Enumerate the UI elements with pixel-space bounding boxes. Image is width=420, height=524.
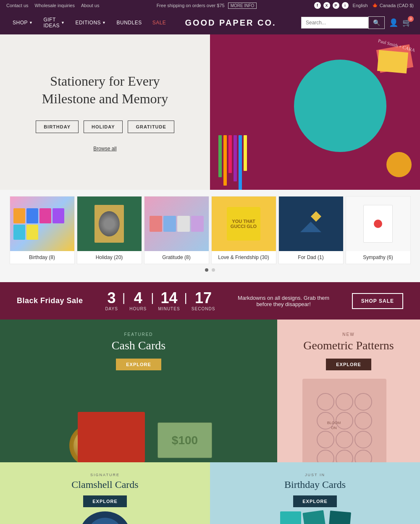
cash-card-group [65, 378, 149, 462]
clam-inner [88, 518, 122, 524]
svg-point-5 [355, 412, 372, 429]
country-selector[interactable]: 🍁 Canada (CAD $) [372, 3, 414, 8]
countdown-hours: 4 HOURS [129, 291, 147, 311]
svg-text:BLOOM: BLOOM [327, 421, 341, 425]
hero-section: Stationery for EveryMilestone and Memory… [0, 34, 420, 190]
shop-sale-button[interactable]: SHOP SALE [352, 293, 403, 309]
countdown-seconds: 17 SECONDS [192, 291, 215, 311]
cart-icon[interactable]: 🛒 0 [402, 18, 412, 27]
clam-title: Clamshell Cards [71, 479, 138, 490]
category-holiday[interactable]: Holiday (20) [77, 196, 142, 264]
cash-title: Cash Cards [112, 339, 165, 352]
nav-sale[interactable]: SALE [148, 16, 171, 29]
hero-card-yellow [377, 50, 408, 73]
bday-card-3 [328, 511, 351, 524]
sympathy-image [346, 196, 410, 251]
geo-title: Geometric Patterns [303, 339, 394, 352]
sep-1: | [122, 291, 125, 311]
cash-envelope-front [78, 412, 145, 462]
cash-tag: FEATURED [124, 332, 153, 337]
clam-explore-button[interactable]: EXPLORE [83, 495, 127, 507]
countdown-minutes: 14 MINUTES [158, 291, 180, 311]
nav-gift-ideas[interactable]: GIFT IDEAS ▼ [39, 13, 69, 32]
bday-explore-button[interactable]: EXPLORE [293, 495, 337, 507]
category-love[interactable]: YOU THAT GUCCI GLO Love & Friendship (30… [211, 196, 276, 264]
clam-card-shape [80, 511, 130, 524]
geo-card-visual: BLOOM ON [302, 379, 395, 462]
hero-circle-decoration [294, 60, 386, 152]
category-dad[interactable]: For Dad (1) [278, 196, 344, 264]
birthday-section: JUST IN Birthday Cards EXPLORE [210, 462, 420, 524]
top-bar: Contact us Wholesale inquiries About us … [0, 0, 420, 11]
cash-explore-button[interactable]: EXPLORE [116, 359, 161, 370]
cash-cards-visual: $100 [65, 378, 212, 462]
categories-section: Birthday (8) Holiday (20) [0, 190, 420, 282]
dollar-sign: $100 [172, 434, 198, 447]
svg-point-9 [317, 450, 334, 462]
geo-pattern-card: BLOOM ON [302, 379, 386, 462]
shop-chevron: ▼ [29, 21, 33, 25]
gift-chevron: ▼ [61, 21, 65, 25]
birthday-label: Birthday (8) [10, 251, 74, 264]
nav-editions[interactable]: EDITIONS ▼ [71, 16, 110, 29]
nav-right: 🔍 👤 🛒 0 [291, 16, 412, 29]
twitter-icon[interactable]: X [323, 2, 330, 9]
dot-2[interactable] [212, 268, 215, 272]
svg-point-11 [355, 450, 372, 462]
account-icon[interactable]: 👤 [389, 18, 398, 27]
dot-1[interactable] [205, 268, 208, 272]
sep-3: | [184, 291, 187, 311]
language-selector[interactable]: English [353, 3, 368, 8]
instagram-icon[interactable]: i [342, 2, 349, 9]
cart-badge: 0 [408, 16, 414, 22]
nav-shop[interactable]: SHOP ▼ [8, 16, 37, 29]
editions-chevron: ▼ [102, 21, 106, 25]
nav-left: SHOP ▼ GIFT IDEAS ▼ EDITIONS ▼ BUNDLES S… [8, 13, 170, 32]
birthday-button[interactable]: BIRTHDAY [36, 121, 79, 133]
nav-bundles[interactable]: BUNDLES [112, 16, 146, 29]
facebook-icon[interactable]: f [314, 2, 321, 9]
bday-card-2 [302, 510, 327, 524]
hero-flower-decoration [386, 152, 412, 177]
birthday-image [10, 196, 74, 251]
search-wrapper: 🔍 [301, 16, 385, 29]
categories-grid: Birthday (8) Holiday (20) [4, 196, 416, 264]
about-link[interactable]: About us [81, 3, 99, 8]
countdown-days: 3 DAYS [105, 291, 118, 311]
dad-image [279, 196, 343, 251]
top-bar-right: f X P i English 🍁 Canada (CAD $) [314, 2, 414, 9]
gratitude-button[interactable]: GRATITUDE [128, 121, 174, 133]
clamshell-section: SIGNATURE Clamshell Cards EXPLORE [0, 462, 210, 524]
geo-explore-button[interactable]: EXPLORE [326, 359, 371, 370]
bf-title: Black Friday Sale [17, 296, 83, 305]
more-info-button[interactable]: MORE INFO [228, 3, 257, 9]
countdown: 3 DAYS | 4 HOURS | 14 MINUTES | 17 SECON… [105, 291, 215, 311]
holiday-button[interactable]: HOLIDAY [84, 121, 123, 133]
wholesale-link[interactable]: Wholesale inquiries [35, 3, 75, 8]
hero-left: Stationery for EveryMilestone and Memory… [0, 34, 210, 190]
category-gratitude[interactable]: Gratitude (8) [144, 196, 209, 264]
clam-visual [80, 511, 130, 524]
hero-buttons: BIRTHDAY HOLIDAY GRATITUDE [36, 121, 174, 133]
category-birthday[interactable]: Birthday (8) [10, 196, 75, 264]
bday-card-1 [280, 511, 301, 524]
love-image: YOU THAT GUCCI GLO [212, 196, 276, 251]
featured-cash-section: FEATURED Cash Cards EXPLORE $100 [0, 320, 277, 462]
hero-pencils-decoration [218, 135, 247, 190]
pinterest-icon[interactable]: P [333, 2, 339, 9]
svg-text:ON: ON [331, 426, 337, 430]
search-input[interactable] [301, 17, 368, 29]
sep-2: | [151, 291, 154, 311]
carousel-dots [4, 264, 416, 276]
search-button[interactable]: 🔍 [368, 16, 385, 29]
brand-logo[interactable]: GOOD PAPER CO. [170, 18, 291, 28]
featured-row: FEATURED Cash Cards EXPLORE $100 NEW Geo… [0, 320, 420, 462]
hero-image: Paul Smith + CARA [210, 34, 420, 190]
social-icons: f X P i [314, 2, 349, 9]
hero-title: Stationery for EveryMilestone and Memory [42, 73, 168, 107]
svg-point-1 [336, 393, 353, 410]
category-sympathy[interactable]: Sympathy (6) [346, 196, 411, 264]
svg-point-8 [355, 431, 372, 448]
browse-all-link[interactable]: Browse all [93, 146, 116, 152]
contact-link[interactable]: Contact us [6, 3, 29, 8]
